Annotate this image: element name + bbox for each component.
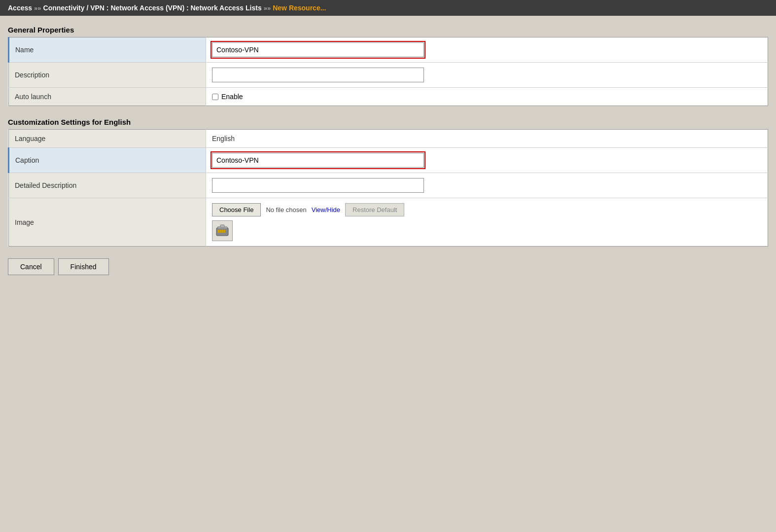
table-row: Language English (9, 130, 768, 148)
main-content: General Properties Name Description Auto… (0, 16, 776, 529)
auto-launch-label: Auto launch (9, 88, 206, 106)
svg-rect-3 (222, 230, 223, 233)
description-cell (206, 63, 768, 88)
view-hide-link[interactable]: View/Hide (312, 206, 340, 213)
customization-settings-table: Language English Caption Detailed Descri… (8, 129, 768, 247)
general-properties-table: Name Description Auto launch Enable (8, 37, 768, 106)
table-row: Name (9, 37, 768, 63)
breadcrumb-path: Connectivity / VPN : Network Access (VPN… (43, 4, 262, 12)
breadcrumb-new-resource: New Resource... (273, 4, 326, 12)
svg-rect-2 (220, 230, 221, 233)
network-icon (212, 220, 233, 241)
image-cell: Choose File No file chosen View/Hide Res… (206, 198, 768, 247)
caption-label: Caption (9, 148, 206, 173)
customization-settings-title: Customization Settings for English (8, 118, 768, 126)
restore-default-button[interactable]: Restore Default (345, 203, 404, 216)
auto-launch-checkbox-row: Enable (212, 93, 762, 101)
name-label: Name (9, 37, 206, 63)
svg-rect-4 (224, 230, 225, 233)
auto-launch-enable-label: Enable (221, 93, 243, 101)
image-controls: Choose File No file chosen View/Hide Res… (212, 203, 762, 216)
auto-launch-checkbox[interactable] (212, 94, 218, 100)
svg-rect-6 (220, 225, 224, 227)
choose-file-button[interactable]: Choose File (212, 203, 261, 216)
caption-cell (206, 148, 768, 173)
description-label: Description (9, 63, 206, 88)
caption-input[interactable] (212, 153, 424, 168)
network-svg-icon (214, 223, 230, 239)
detailed-description-cell (206, 173, 768, 198)
language-value: English (212, 135, 235, 142)
no-file-text: No file chosen (266, 206, 306, 213)
breadcrumb-sep-1: »» (34, 4, 41, 12)
name-input[interactable] (212, 42, 424, 57)
finished-button[interactable]: Finished (58, 258, 109, 275)
breadcrumb-access: Access (8, 4, 32, 12)
breadcrumb-bar: Access »» Connectivity / VPN : Network A… (0, 0, 776, 16)
table-row: Auto launch Enable (9, 88, 768, 106)
description-input[interactable] (212, 68, 424, 82)
language-cell: English (206, 130, 768, 148)
table-row: Image Choose File No file chosen View/Hi… (9, 198, 768, 247)
breadcrumb-sep-2: »» (264, 4, 271, 12)
auto-launch-cell: Enable (206, 88, 768, 106)
image-label: Image (9, 198, 206, 247)
detailed-description-input[interactable] (212, 178, 424, 193)
name-cell (206, 37, 768, 63)
cancel-button[interactable]: Cancel (8, 258, 54, 275)
table-row: Detailed Description (9, 173, 768, 198)
bottom-buttons: Cancel Finished (8, 258, 768, 275)
table-row: Caption (9, 148, 768, 173)
image-row-content: Choose File No file chosen View/Hide Res… (212, 203, 762, 241)
general-properties-title: General Properties (8, 26, 768, 34)
table-row: Description (9, 63, 768, 88)
detailed-description-label: Detailed Description (9, 173, 206, 198)
language-label: Language (9, 130, 206, 148)
svg-rect-1 (218, 230, 219, 233)
